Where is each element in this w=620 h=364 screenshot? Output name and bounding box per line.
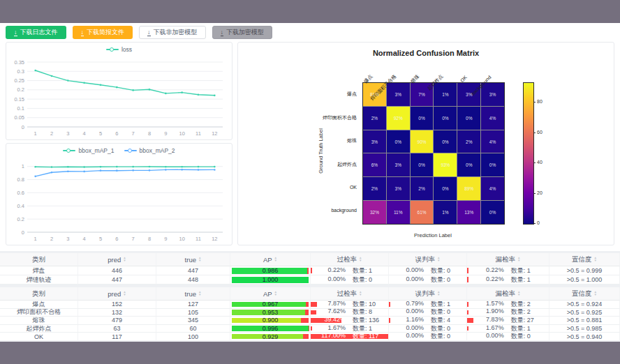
toolbar-button-download-log-file[interactable]: ↓下载日志文件 bbox=[6, 26, 66, 39]
col-header-过检率[interactable]: 过检率▲▼ bbox=[311, 287, 389, 301]
confusion-matrix-cell: 0% bbox=[434, 177, 457, 200]
sort-icon[interactable]: ▲▼ bbox=[359, 291, 362, 296]
table-header-row: 类别pred▲▼true▲▼AP▲▼过检率▲▼误判率▲▼漏检率▲▼置信度▲▼ bbox=[0, 287, 620, 301]
bbox-map-chart-legend: bbox_mAP_1bbox_mAP_2 bbox=[6, 147, 232, 154]
confusion-matrix-cell: 11% bbox=[387, 201, 410, 224]
confusion-matrix-cell: 0% bbox=[434, 107, 457, 130]
confusion-matrix-title: Normalized Confusion Matrix bbox=[238, 49, 614, 57]
confusion-matrix-cell: 92% bbox=[387, 107, 410, 130]
col-header-漏检率[interactable]: 漏检率▲▼ bbox=[467, 253, 549, 266]
col-header-过检率[interactable]: 过检率▲▼ bbox=[311, 253, 389, 266]
col-header-true[interactable]: true▲▼ bbox=[156, 287, 230, 301]
cell-false-rate: 0.00%数量: 0 bbox=[389, 309, 467, 317]
svg-text:11: 11 bbox=[195, 130, 201, 137]
svg-text:6: 6 bbox=[115, 236, 118, 242]
cell-ap: 0.967 bbox=[230, 301, 311, 309]
sort-icon[interactable]: ▲▼ bbox=[437, 257, 440, 262]
svg-text:8: 8 bbox=[148, 236, 151, 242]
svg-text:9: 9 bbox=[164, 130, 167, 137]
col-header-true[interactable]: true▲▼ bbox=[156, 253, 230, 266]
sort-icon[interactable]: ▲▼ bbox=[123, 257, 126, 262]
sort-icon[interactable]: ▲▼ bbox=[123, 291, 126, 296]
cell-true: 60 bbox=[156, 325, 230, 333]
sort-icon[interactable]: ▲▼ bbox=[198, 257, 201, 262]
legend-line-icon bbox=[124, 148, 137, 153]
sort-icon[interactable]: ▲▼ bbox=[517, 257, 520, 262]
col-header-误判率[interactable]: 误判率▲▼ bbox=[389, 287, 467, 301]
svg-text:1: 1 bbox=[34, 236, 37, 242]
cell-confidence: >0.5 = 0.999 bbox=[549, 266, 620, 275]
cell-pred: 152 bbox=[78, 301, 156, 309]
cell-over-rate: 0.00%数量: 0 bbox=[311, 275, 389, 285]
cell-false-rate: 1.16%数量: 4 bbox=[389, 317, 467, 325]
col-header-置信度[interactable]: 置信度▲▼ bbox=[549, 253, 620, 266]
svg-text:5: 5 bbox=[99, 130, 102, 137]
cell-class: 起焊炸点 bbox=[0, 325, 78, 333]
svg-text:0.15: 0.15 bbox=[14, 96, 24, 103]
col-header-AP[interactable]: AP▲▼ bbox=[230, 253, 311, 266]
download-icon: ↓ bbox=[221, 29, 224, 36]
download-icon: ↓ bbox=[14, 29, 17, 36]
button-label: 下载加密模型 bbox=[226, 29, 264, 36]
col-header-pred[interactable]: pred▲▼ bbox=[78, 253, 156, 266]
confusion-matrix-cell: 0% bbox=[457, 153, 480, 176]
cell-confidence: >0.5 = 1.000 bbox=[549, 275, 620, 285]
sort-icon[interactable]: ▲▼ bbox=[517, 291, 520, 296]
svg-text:0.05: 0.05 bbox=[14, 114, 24, 121]
col-header-类别: 类别 bbox=[0, 287, 78, 301]
legend-label: bbox_mAP_1 bbox=[78, 147, 114, 154]
cell-pred: 117 bbox=[78, 333, 156, 341]
confusion-matrix-cell: 0% bbox=[387, 130, 410, 153]
cell-ap: 0.986 bbox=[230, 266, 311, 275]
cell-class: OK bbox=[0, 333, 78, 341]
legend-label: loss bbox=[121, 46, 132, 53]
confusion-matrix-cell: 61% bbox=[411, 201, 434, 224]
cell-confidence: >0.5 = 0.985 bbox=[549, 325, 620, 333]
cell-ap: 0.929 bbox=[230, 333, 311, 341]
confusion-matrix-card: Normalized Confusion Matrix Prediction L… bbox=[237, 42, 614, 245]
svg-text:0.6: 0.6 bbox=[17, 190, 24, 196]
toolbar-button-download-encrypted-model[interactable]: ↓下载加密模型 bbox=[212, 26, 273, 39]
confusion-matrix-cell: 6% bbox=[363, 153, 386, 176]
confusion-matrix-cell: 0% bbox=[481, 201, 504, 224]
svg-text:2: 2 bbox=[50, 130, 53, 137]
confusion-matrix-cell: 13% bbox=[457, 201, 480, 224]
toolbar-button-download-plain-model[interactable]: ↓下载非加密模型 bbox=[139, 26, 206, 39]
cell-miss-rate: 7.83%数量: 27 bbox=[467, 317, 549, 325]
svg-text:10: 10 bbox=[179, 236, 184, 242]
cell-over-rate: 39.42%数量: 136 bbox=[311, 317, 389, 325]
confusion-matrix-cell: 1% bbox=[434, 201, 457, 224]
col-header-置信度[interactable]: 置信度▲▼ bbox=[549, 287, 620, 301]
cell-over-rate: 0.22%数量: 1 bbox=[311, 266, 389, 275]
sort-icon[interactable]: ▲▼ bbox=[274, 291, 277, 296]
sort-icon[interactable]: ▲▼ bbox=[594, 257, 597, 262]
col-header-误判率[interactable]: 误判率▲▼ bbox=[389, 253, 467, 266]
confusion-matrix-cell: 0% bbox=[411, 107, 434, 130]
sort-icon[interactable]: ▲▼ bbox=[274, 257, 277, 262]
confusion-matrix-cell: 2% bbox=[457, 130, 480, 153]
col-header-类别: 类别 bbox=[0, 253, 78, 266]
sort-icon[interactable]: ▲▼ bbox=[198, 291, 201, 296]
button-label: 下载简报文件 bbox=[87, 29, 124, 36]
svg-text:7: 7 bbox=[132, 130, 135, 137]
sort-icon[interactable]: ▲▼ bbox=[359, 257, 362, 262]
col-header-漏检率[interactable]: 漏检率▲▼ bbox=[467, 287, 549, 301]
legend-line-icon bbox=[106, 47, 119, 52]
sort-icon[interactable]: ▲▼ bbox=[437, 291, 440, 296]
toolbar-button-download-brief-file[interactable]: ↓下载简报文件 bbox=[73, 26, 133, 39]
cell-over-rate: 1.67%数量: 1 bbox=[311, 325, 389, 333]
colorbar-tick: 20 bbox=[537, 190, 542, 195]
cell-class: 熔珠 bbox=[0, 317, 78, 325]
cm-row-label: 焊印面积不合格 bbox=[273, 114, 357, 121]
confusion-matrix-cell: 4% bbox=[481, 107, 504, 130]
sort-icon[interactable]: ▲▼ bbox=[594, 291, 597, 296]
download-icon: ↓ bbox=[81, 29, 84, 36]
confusion-matrix-cell: 4% bbox=[481, 177, 504, 200]
confusion-matrix-cell: 3% bbox=[387, 177, 410, 200]
legend-item-bbox_mAP_2[interactable]: bbox_mAP_2 bbox=[124, 147, 175, 154]
col-header-AP[interactable]: AP▲▼ bbox=[230, 287, 311, 301]
legend-item-loss[interactable]: loss bbox=[106, 46, 132, 53]
legend-item-bbox_mAP_1[interactable]: bbox_mAP_1 bbox=[63, 147, 114, 154]
col-header-pred[interactable]: pred▲▼ bbox=[78, 287, 156, 301]
svg-text:0.35: 0.35 bbox=[14, 59, 24, 66]
